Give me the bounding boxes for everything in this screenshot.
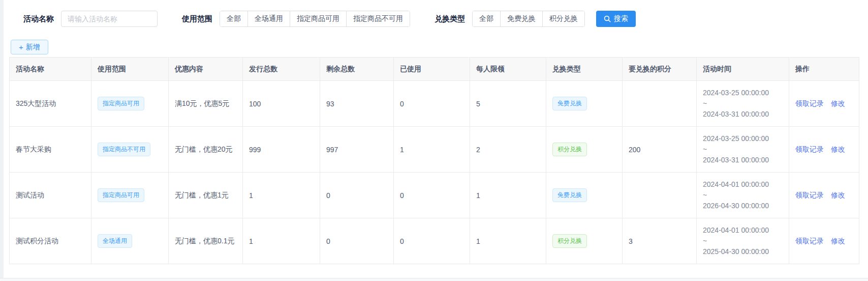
activity-name-input[interactable] <box>61 11 158 27</box>
claim-records-link[interactable]: 领取记录 <box>795 191 824 199</box>
cell-issued-total: 1 <box>243 218 320 264</box>
col-used: 已使用 <box>394 58 470 81</box>
time-start: 2024-03-25 00:00:00 <box>703 133 783 144</box>
col-usage-scope: 使用范围 <box>91 58 169 81</box>
col-issued-total: 发行总数 <box>243 58 320 81</box>
add-button-label: 新增 <box>26 43 40 52</box>
edit-link[interactable]: 修改 <box>831 145 845 153</box>
time-start: 2024-04-01 00:00:00 <box>703 225 783 236</box>
cell-discount-content: 无门槛，优惠1元 <box>169 173 243 218</box>
usage-scope-option-universal[interactable]: 全场通用 <box>247 11 290 26</box>
cell-remaining-total: 93 <box>320 81 394 127</box>
claim-records-link[interactable]: 领取记录 <box>795 145 824 153</box>
usage-scope-option-all[interactable]: 全部 <box>220 11 247 26</box>
col-limit-per-person: 每人限领 <box>470 58 546 81</box>
usage-scope-option-specified-usable[interactable]: 指定商品可用 <box>290 11 346 26</box>
activity-table: 活动名称 使用范围 优惠内容 发行总数 剩余总数 已使用 每人限领 兑换类型 要… <box>9 57 859 264</box>
usage-scope-option-specified-unusable[interactable]: 指定商品不可用 <box>346 11 410 26</box>
cell-issued-total: 1 <box>243 173 320 218</box>
exchange-type-tag: 积分兑换 <box>552 143 587 156</box>
claim-records-link[interactable]: 领取记录 <box>795 99 824 107</box>
cell-activity-time: 2024-04-01 00:00:00 ~ 2026-04-30 00:00:0… <box>697 173 789 218</box>
exchange-type-option-points[interactable]: 积分兑换 <box>542 11 584 26</box>
activity-name-label: 活动名称 <box>23 14 54 24</box>
time-end: 2024-03-31 00:00:00 <box>703 155 783 165</box>
exchange-type-option-free[interactable]: 免费兑换 <box>500 11 542 26</box>
cell-activity-time: 2024-04-01 00:00:00 ~ 2025-04-30 00:00:0… <box>697 218 789 264</box>
time-separator: ~ <box>703 144 783 155</box>
cell-points-required: 3 <box>623 218 697 264</box>
usage-scope-tag: 指定商品可用 <box>98 188 144 202</box>
cell-activity-time: 2024-03-25 00:00:00 ~ 2024-03-31 00:00:0… <box>697 127 789 173</box>
cell-limit-per-person: 1 <box>470 173 546 218</box>
exchange-type-label: 兑换类型 <box>435 14 465 24</box>
filter-bar: 活动名称 使用范围 全部 全场通用 指定商品可用 指定商品不可用 兑换类型 全部… <box>0 0 868 27</box>
col-points-required: 要兑换的积分 <box>623 58 697 81</box>
plus-icon: + <box>19 43 23 51</box>
cell-points-required <box>623 81 697 127</box>
table-row: 325大型活动 指定商品可用 满10元，优惠5元 100 93 0 5 免费兑换… <box>10 81 859 127</box>
col-discount-content: 优惠内容 <box>169 58 243 81</box>
table-row: 测试积分活动 全场通用 无门槛，优惠0.1元 1 0 0 1 积分兑换 3 20… <box>10 218 859 264</box>
cell-discount-content: 无门槛，优惠20元 <box>169 127 243 173</box>
cell-used: 1 <box>394 127 470 173</box>
exchange-type-group: 全部 免费兑换 积分兑换 <box>472 11 585 27</box>
exchange-type-tag: 免费兑换 <box>552 188 587 202</box>
cell-used: 0 <box>394 218 470 264</box>
cell-actions: 领取记录修改 <box>789 173 859 218</box>
exchange-type-tag: 积分兑换 <box>552 234 587 247</box>
cell-activity-time: 2024-03-25 00:00:00 ~ 2024-03-31 00:00:0… <box>697 81 789 127</box>
table-row: 测试活动 指定商品可用 无门槛，优惠1元 1 0 0 1 免费兑换 2024-0… <box>10 173 859 218</box>
cell-actions: 领取记录修改 <box>789 127 859 173</box>
search-button-label: 搜索 <box>614 14 628 23</box>
cell-points-required: 200 <box>623 127 697 173</box>
cell-activity-name: 春节大采购 <box>10 127 91 173</box>
cell-used: 0 <box>394 81 470 127</box>
cell-points-required <box>623 173 697 218</box>
usage-scope-tag: 全场通用 <box>98 234 132 247</box>
search-button[interactable]: 搜索 <box>596 11 636 27</box>
time-end: 2026-04-30 00:00:00 <box>703 201 783 211</box>
col-remaining-total: 剩余总数 <box>320 58 394 81</box>
col-exchange-type: 兑换类型 <box>546 58 623 81</box>
cell-issued-total: 100 <box>243 81 320 127</box>
table-header-row: 活动名称 使用范围 优惠内容 发行总数 剩余总数 已使用 每人限领 兑换类型 要… <box>10 58 859 81</box>
cell-activity-name: 测试活动 <box>10 173 91 218</box>
cell-limit-per-person: 5 <box>470 81 546 127</box>
edit-link[interactable]: 修改 <box>831 237 845 245</box>
cell-remaining-total: 997 <box>320 127 394 173</box>
col-activity-name: 活动名称 <box>10 58 91 81</box>
add-button[interactable]: + 新增 <box>11 40 48 54</box>
cell-limit-per-person: 1 <box>470 218 546 264</box>
window-left-edge <box>0 0 4 281</box>
exchange-type-tag: 免费兑换 <box>552 97 587 110</box>
cell-remaining-total: 0 <box>320 218 394 264</box>
cell-actions: 领取记录修改 <box>789 218 859 264</box>
usage-scope-label: 使用范围 <box>182 14 212 24</box>
table-row: 春节大采购 指定商品不可用 无门槛，优惠20元 999 997 1 2 积分兑换… <box>10 127 859 173</box>
cell-activity-name: 测试积分活动 <box>10 218 91 264</box>
time-start: 2024-03-25 00:00:00 <box>703 88 783 98</box>
cell-remaining-total: 0 <box>320 173 394 218</box>
cell-actions: 领取记录修改 <box>789 81 859 127</box>
edit-link[interactable]: 修改 <box>831 99 845 107</box>
window-bottom-edge <box>0 278 868 281</box>
cell-used: 0 <box>394 173 470 218</box>
cell-discount-content: 满10元，优惠5元 <box>169 81 243 127</box>
cell-discount-content: 无门槛，优惠0.1元 <box>169 218 243 264</box>
cell-limit-per-person: 2 <box>470 127 546 173</box>
edit-link[interactable]: 修改 <box>831 191 845 199</box>
search-icon <box>604 15 611 22</box>
time-end: 2024-03-31 00:00:00 <box>703 109 783 120</box>
time-start: 2024-04-01 00:00:00 <box>703 179 783 190</box>
col-activity-time: 活动时间 <box>697 58 789 81</box>
col-actions: 操作 <box>789 58 859 81</box>
time-separator: ~ <box>703 236 783 246</box>
claim-records-link[interactable]: 领取记录 <box>795 237 824 245</box>
time-separator: ~ <box>703 98 783 109</box>
usage-scope-tag: 指定商品可用 <box>98 97 144 110</box>
cell-activity-name: 325大型活动 <box>10 81 91 127</box>
usage-scope-tag: 指定商品不可用 <box>98 143 150 156</box>
toolbar: + 新增 <box>0 27 868 54</box>
exchange-type-option-all[interactable]: 全部 <box>473 11 500 26</box>
